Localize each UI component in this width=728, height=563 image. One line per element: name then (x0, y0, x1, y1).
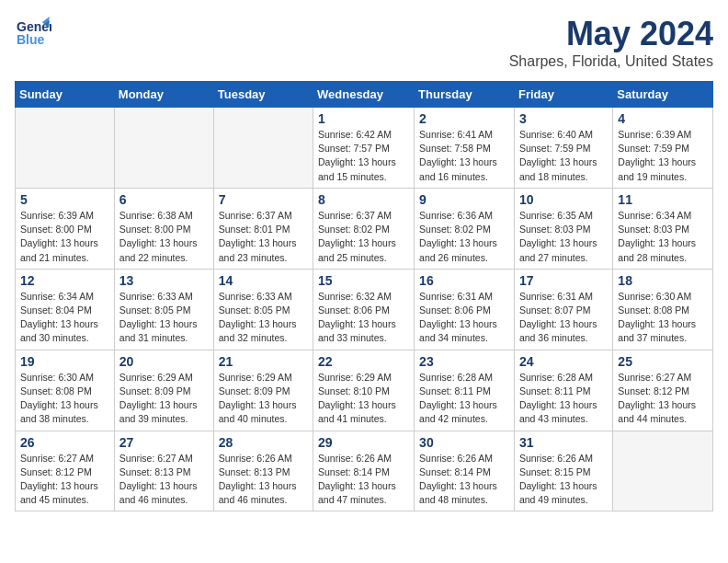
calendar-cell (16, 108, 115, 189)
day-info: Sunrise: 6:37 AMSunset: 8:01 PMDaylight:… (219, 209, 308, 265)
day-info: Sunrise: 6:34 AMSunset: 8:04 PMDaylight:… (20, 290, 109, 346)
day-info: Sunrise: 6:29 AMSunset: 8:09 PMDaylight:… (219, 371, 308, 427)
day-number: 14 (219, 273, 308, 288)
day-number: 29 (318, 435, 409, 450)
calendar-cell: 15Sunrise: 6:32 AMSunset: 8:06 PMDayligh… (313, 269, 415, 350)
day-info: Sunrise: 6:27 AMSunset: 8:12 PMDaylight:… (20, 452, 109, 508)
day-number: 24 (519, 354, 608, 369)
weekday-header: Monday (114, 82, 213, 108)
calendar-week-row: 19Sunrise: 6:30 AMSunset: 8:08 PMDayligh… (16, 350, 713, 431)
logo-icon: General Blue (15, 15, 51, 52)
day-number: 4 (618, 111, 708, 126)
day-info: Sunrise: 6:29 AMSunset: 8:10 PMDaylight:… (318, 371, 409, 427)
calendar-table: SundayMondayTuesdayWednesdayThursdayFrid… (15, 81, 713, 511)
day-number: 16 (419, 273, 509, 288)
logo: General Blue (15, 15, 51, 52)
day-number: 25 (618, 354, 708, 369)
day-number: 10 (519, 192, 608, 207)
day-number: 28 (219, 435, 308, 450)
calendar-cell: 12Sunrise: 6:34 AMSunset: 8:04 PMDayligh… (16, 269, 115, 350)
day-info: Sunrise: 6:31 AMSunset: 8:07 PMDaylight:… (519, 290, 608, 346)
day-info: Sunrise: 6:36 AMSunset: 8:02 PMDaylight:… (419, 209, 509, 265)
day-number: 6 (119, 192, 209, 207)
calendar-cell: 7Sunrise: 6:37 AMSunset: 8:01 PMDaylight… (213, 188, 313, 269)
calendar-cell: 28Sunrise: 6:26 AMSunset: 8:13 PMDayligh… (213, 431, 313, 511)
day-number: 22 (318, 354, 409, 369)
calendar-cell: 29Sunrise: 6:26 AMSunset: 8:14 PMDayligh… (313, 431, 415, 511)
day-number: 12 (20, 273, 109, 288)
day-number: 1 (318, 111, 409, 126)
calendar-cell: 10Sunrise: 6:35 AMSunset: 8:03 PMDayligh… (514, 188, 612, 269)
day-info: Sunrise: 6:28 AMSunset: 8:11 PMDaylight:… (519, 371, 608, 427)
day-number: 8 (318, 192, 409, 207)
day-number: 15 (318, 273, 409, 288)
day-info: Sunrise: 6:31 AMSunset: 8:06 PMDaylight:… (419, 290, 509, 346)
day-info: Sunrise: 6:26 AMSunset: 8:14 PMDaylight:… (318, 452, 409, 508)
title-block: May 2024 Sharpes, Florida, United States (509, 15, 713, 70)
day-number: 30 (419, 435, 509, 450)
calendar-cell (213, 108, 313, 189)
day-number: 7 (219, 192, 308, 207)
main-title: May 2024 (509, 15, 713, 53)
page-header: General Blue May 2024 Sharpes, Florida, … (15, 15, 713, 70)
calendar-cell: 13Sunrise: 6:33 AMSunset: 8:05 PMDayligh… (114, 269, 213, 350)
calendar-cell: 9Sunrise: 6:36 AMSunset: 8:02 PMDaylight… (415, 188, 515, 269)
calendar-week-row: 1Sunrise: 6:42 AMSunset: 7:57 PMDaylight… (16, 108, 713, 189)
day-info: Sunrise: 6:42 AMSunset: 7:57 PMDaylight:… (318, 128, 409, 184)
calendar-cell: 25Sunrise: 6:27 AMSunset: 8:12 PMDayligh… (613, 350, 713, 431)
day-info: Sunrise: 6:26 AMSunset: 8:13 PMDaylight:… (219, 452, 308, 508)
day-info: Sunrise: 6:26 AMSunset: 8:14 PMDaylight:… (419, 452, 509, 508)
calendar-cell: 19Sunrise: 6:30 AMSunset: 8:08 PMDayligh… (16, 350, 115, 431)
day-number: 17 (519, 273, 608, 288)
calendar-cell: 27Sunrise: 6:27 AMSunset: 8:13 PMDayligh… (114, 431, 213, 511)
calendar-cell: 3Sunrise: 6:40 AMSunset: 7:59 PMDaylight… (514, 108, 612, 189)
calendar-header-row: SundayMondayTuesdayWednesdayThursdayFrid… (16, 82, 713, 108)
day-number: 3 (519, 111, 608, 126)
day-info: Sunrise: 6:35 AMSunset: 8:03 PMDaylight:… (519, 209, 608, 265)
day-info: Sunrise: 6:39 AMSunset: 7:59 PMDaylight:… (618, 128, 708, 184)
calendar-cell: 1Sunrise: 6:42 AMSunset: 7:57 PMDaylight… (313, 108, 415, 189)
weekday-header: Friday (514, 82, 612, 108)
calendar-cell: 2Sunrise: 6:41 AMSunset: 7:58 PMDaylight… (415, 108, 515, 189)
day-info: Sunrise: 6:33 AMSunset: 8:05 PMDaylight:… (119, 290, 209, 346)
calendar-cell: 30Sunrise: 6:26 AMSunset: 8:14 PMDayligh… (415, 431, 515, 511)
calendar-cell: 11Sunrise: 6:34 AMSunset: 8:03 PMDayligh… (613, 188, 713, 269)
weekday-header: Thursday (415, 82, 515, 108)
calendar-cell: 14Sunrise: 6:33 AMSunset: 8:05 PMDayligh… (213, 269, 313, 350)
weekday-header: Tuesday (213, 82, 313, 108)
calendar-cell (613, 431, 713, 511)
subtitle: Sharpes, Florida, United States (509, 53, 713, 70)
calendar-cell: 24Sunrise: 6:28 AMSunset: 8:11 PMDayligh… (514, 350, 612, 431)
weekday-header: Sunday (16, 82, 115, 108)
calendar-cell: 26Sunrise: 6:27 AMSunset: 8:12 PMDayligh… (16, 431, 115, 511)
day-number: 11 (618, 192, 708, 207)
day-info: Sunrise: 6:41 AMSunset: 7:58 PMDaylight:… (419, 128, 509, 184)
calendar-cell: 21Sunrise: 6:29 AMSunset: 8:09 PMDayligh… (213, 350, 313, 431)
calendar-cell: 16Sunrise: 6:31 AMSunset: 8:06 PMDayligh… (415, 269, 515, 350)
day-number: 23 (419, 354, 509, 369)
day-info: Sunrise: 6:38 AMSunset: 8:00 PMDaylight:… (119, 209, 209, 265)
day-info: Sunrise: 6:40 AMSunset: 7:59 PMDaylight:… (519, 128, 608, 184)
calendar-cell (114, 108, 213, 189)
calendar-week-row: 26Sunrise: 6:27 AMSunset: 8:12 PMDayligh… (16, 431, 713, 511)
day-number: 31 (519, 435, 608, 450)
day-number: 21 (219, 354, 308, 369)
calendar-cell: 4Sunrise: 6:39 AMSunset: 7:59 PMDaylight… (613, 108, 713, 189)
day-number: 19 (20, 354, 109, 369)
calendar-cell: 20Sunrise: 6:29 AMSunset: 8:09 PMDayligh… (114, 350, 213, 431)
day-number: 13 (119, 273, 209, 288)
day-number: 27 (119, 435, 209, 450)
day-info: Sunrise: 6:30 AMSunset: 8:08 PMDaylight:… (618, 290, 708, 346)
calendar-cell: 5Sunrise: 6:39 AMSunset: 8:00 PMDaylight… (16, 188, 115, 269)
calendar-cell: 23Sunrise: 6:28 AMSunset: 8:11 PMDayligh… (415, 350, 515, 431)
calendar-cell: 31Sunrise: 6:26 AMSunset: 8:15 PMDayligh… (514, 431, 612, 511)
day-number: 20 (119, 354, 209, 369)
day-number: 26 (20, 435, 109, 450)
day-info: Sunrise: 6:34 AMSunset: 8:03 PMDaylight:… (618, 209, 708, 265)
svg-text:Blue: Blue (17, 32, 45, 47)
day-info: Sunrise: 6:26 AMSunset: 8:15 PMDaylight:… (519, 452, 608, 508)
day-info: Sunrise: 6:30 AMSunset: 8:08 PMDaylight:… (20, 371, 109, 427)
calendar-cell: 22Sunrise: 6:29 AMSunset: 8:10 PMDayligh… (313, 350, 415, 431)
day-info: Sunrise: 6:39 AMSunset: 8:00 PMDaylight:… (20, 209, 109, 265)
weekday-header: Wednesday (313, 82, 415, 108)
